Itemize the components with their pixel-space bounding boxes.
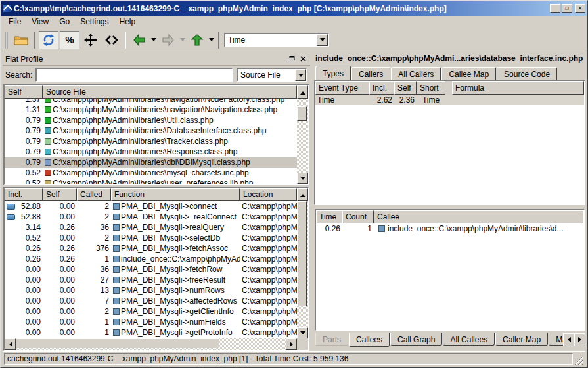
tab-caller-map[interactable]: Caller Map bbox=[495, 333, 548, 346]
file-row[interactable]: 0.79C:\xampp\phpMyAdmin\libraries\Databa… bbox=[5, 126, 297, 136]
back-dropdown[interactable] bbox=[150, 31, 157, 49]
tab-parts[interactable]: Parts bbox=[315, 333, 348, 346]
tab-callers[interactable]: Callers bbox=[351, 67, 390, 80]
function-row[interactable]: 0.000.0036PMA_DBI_Mysqli->fetchRowC:\xam… bbox=[5, 264, 297, 275]
event-type-row[interactable]: Time 2.62 2.36 Time bbox=[315, 95, 584, 105]
function-table-hscrollbar[interactable] bbox=[5, 338, 297, 350]
function-row[interactable]: 0.000.007PMA_DBI_Mysqli->affectedRowsC:\… bbox=[5, 296, 297, 306]
expand-shrink-button[interactable] bbox=[102, 31, 122, 49]
open-file-button[interactable] bbox=[11, 31, 31, 49]
callee-row[interactable]: 0.26 1 include_once::C:\xampp\phpMyAdmin… bbox=[316, 223, 583, 234]
column-header-count[interactable]: Count bbox=[342, 210, 374, 223]
scroll-track[interactable] bbox=[297, 201, 308, 327]
tab-scroll-left-button[interactable] bbox=[563, 333, 574, 346]
file-table-vscrollbar[interactable] bbox=[297, 99, 308, 184]
title-bar[interactable]: C:\xampp\tmp\cachegrind.out.1416463299-C… bbox=[1, 1, 587, 16]
function-row[interactable]: 0.000.0027PMA_DBI_Mysqli->freeResultC:\x… bbox=[5, 275, 297, 285]
function-row[interactable]: 0.000.001PMA_DBI_Mysqli->numFieldsC:\xam… bbox=[5, 317, 297, 327]
up-button[interactable] bbox=[187, 31, 207, 49]
minimize-button[interactable]: _ bbox=[550, 4, 560, 13]
column-header-source-file[interactable]: Source File bbox=[43, 85, 297, 99]
column-header-incl[interactable]: Incl. bbox=[5, 188, 43, 201]
back-button[interactable] bbox=[129, 31, 149, 49]
column-header-incl[interactable]: Incl. bbox=[369, 81, 394, 95]
menu-settings[interactable]: Settings bbox=[76, 16, 113, 28]
close-button[interactable]: ✕ bbox=[575, 4, 585, 13]
file-row[interactable]: 0.52C:\xampp\phpMyAdmin\libraries\mysql_… bbox=[5, 168, 297, 178]
file-row[interactable]: 0.79C:\xampp\phpMyAdmin\libraries\Tracke… bbox=[5, 136, 297, 147]
function-icon bbox=[113, 235, 120, 241]
function-row[interactable]: 0.000.001PMA_DBI_Mysqli->getProtoInfoC:\… bbox=[5, 327, 297, 338]
column-header-time[interactable]: Time bbox=[316, 210, 342, 223]
function-row[interactable]: 0.000.002PMA_DBI_Mysqli->getClientInfoC:… bbox=[5, 306, 297, 317]
file-row[interactable]: 0.52C:\xampp\phpMyAdmin\libraries\user_p… bbox=[5, 178, 297, 185]
tab-callees[interactable]: Callees bbox=[349, 333, 390, 347]
column-header-self[interactable]: Self bbox=[394, 81, 417, 95]
event-type-combo[interactable]: Time bbox=[224, 33, 329, 47]
file-group-icon bbox=[45, 159, 51, 166]
maximize-button[interactable]: ❒ bbox=[562, 4, 572, 13]
search-input[interactable] bbox=[35, 68, 233, 82]
function-row[interactable]: 0.260.26376PMA_DBI_Mysqli->fetchAssocC:\… bbox=[5, 243, 297, 254]
scroll-left-button[interactable] bbox=[5, 338, 16, 350]
column-header-formula[interactable]: Formula bbox=[452, 81, 584, 95]
scroll-track[interactable] bbox=[297, 99, 308, 173]
incl-cost-cell: 52.88 bbox=[5, 212, 43, 221]
function-row[interactable]: 0.260.261include_once::C:\xampp\phpMyAd.… bbox=[5, 254, 297, 264]
tab-all-callees[interactable]: All Callees bbox=[443, 333, 495, 346]
scroll-track[interactable] bbox=[16, 338, 286, 350]
scroll-thumb[interactable] bbox=[297, 201, 307, 306]
column-header-called[interactable]: Called bbox=[77, 188, 111, 201]
column-header-self[interactable]: Self bbox=[5, 85, 43, 99]
resize-grip[interactable] bbox=[574, 356, 583, 365]
scroll-thumb[interactable] bbox=[297, 106, 307, 121]
function-row[interactable]: 3.140.2636PMA_DBI_Mysqli->realQueryC:\xa… bbox=[5, 222, 297, 233]
relative-percent-button[interactable]: % bbox=[60, 31, 79, 49]
function-row[interactable]: 0.000.0013PMA_DBI_Mysqli->numRowsC:\xamp… bbox=[5, 285, 297, 296]
file-row[interactable]: 1.31C:\xampp\phpMyAdmin\libraries\naviga… bbox=[5, 104, 297, 115]
scroll-down-button[interactable] bbox=[297, 173, 308, 184]
dock-layout-button[interactable] bbox=[81, 31, 101, 49]
column-header-self[interactable]: Self bbox=[43, 188, 77, 201]
dock-header[interactable]: Flat Profile bbox=[3, 53, 310, 66]
file-row[interactable]: 0.79C:\xampp\phpMyAdmin\libraries\Util.c… bbox=[5, 115, 297, 126]
scroll-right-button[interactable] bbox=[286, 338, 297, 350]
function-row[interactable]: 52.880.002PMA_DBI_Mysqli->_realConnectC:… bbox=[5, 212, 297, 222]
column-header-function[interactable]: Function bbox=[111, 188, 240, 201]
forward-button[interactable] bbox=[158, 31, 178, 49]
function-row[interactable]: 0.520.002PMA_DBI_Mysqli->selectDbC:\xamp… bbox=[5, 233, 297, 243]
column-header-short[interactable]: Short bbox=[417, 81, 445, 95]
cycle-detection-button[interactable] bbox=[39, 31, 58, 49]
file-row[interactable]: 0.79C:\xampp\phpMyAdmin\libraries\dbi\DB… bbox=[5, 157, 297, 168]
tab-callee-map[interactable]: Callee Map bbox=[441, 67, 496, 80]
function-row[interactable]: 52.880.002PMA_DBI_Mysqli->connectC:\xamp… bbox=[5, 201, 297, 212]
grouping-combo[interactable]: Source File bbox=[237, 68, 307, 82]
menu-view[interactable]: View bbox=[27, 16, 53, 28]
tab-types[interactable]: Types bbox=[315, 66, 351, 80]
scroll-up-button[interactable] bbox=[297, 188, 308, 201]
scroll-thumb[interactable] bbox=[16, 338, 219, 348]
float-icon[interactable] bbox=[286, 55, 296, 63]
menu-go[interactable]: Go bbox=[55, 16, 74, 28]
scroll-down-button[interactable] bbox=[297, 327, 308, 338]
tab-scroll-right-button[interactable] bbox=[574, 333, 585, 346]
toolbar-handle[interactable] bbox=[5, 32, 8, 49]
tab-all-callers[interactable]: All Callers bbox=[391, 67, 441, 80]
column-header-location[interactable]: Location bbox=[240, 188, 297, 201]
up-dropdown[interactable] bbox=[208, 31, 215, 49]
scroll-up-button[interactable] bbox=[297, 85, 308, 99]
function-table-vscrollbar[interactable] bbox=[297, 201, 308, 338]
file-row[interactable]: 0.79C:\xampp\phpMyAdmin\libraries\Respon… bbox=[5, 147, 297, 157]
function-name-cell: PMA_DBI_Mysqli->_realConnect bbox=[111, 212, 240, 221]
tab-call-graph[interactable]: Call Graph bbox=[390, 333, 442, 346]
tab-source-code[interactable]: Source Code bbox=[497, 67, 557, 80]
forward-dropdown[interactable] bbox=[179, 31, 186, 49]
combo-dropdown-button[interactable] bbox=[295, 69, 306, 81]
menu-help[interactable]: Help bbox=[115, 16, 141, 28]
column-header-event-type[interactable]: Event Type bbox=[315, 81, 369, 95]
dock-close-icon[interactable] bbox=[298, 55, 307, 63]
column-header-callee[interactable]: Callee bbox=[374, 210, 583, 223]
menu-file[interactable]: File bbox=[4, 16, 26, 28]
self-cost-cell: 0.00 bbox=[43, 202, 77, 211]
combo-dropdown-button[interactable] bbox=[317, 34, 328, 46]
